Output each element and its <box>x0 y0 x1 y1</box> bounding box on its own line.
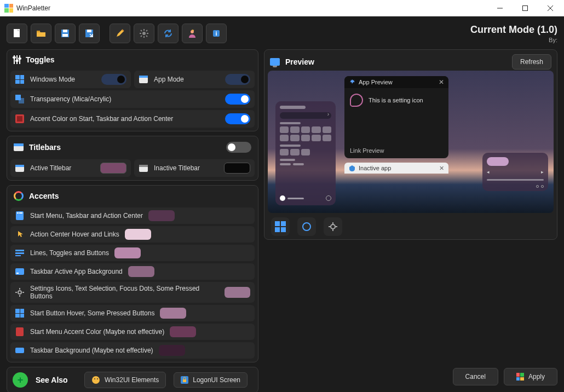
start-grid-icon <box>15 308 25 318</box>
toggles-panel: Toggles Windows Mode App Mode Tr <box>7 49 258 131</box>
info-button[interactable]: i <box>206 24 227 43</box>
accents-icon <box>14 191 24 201</box>
accents-panel: Accents Start Menu, Taskbar and Action C… <box>7 185 258 362</box>
window-title: WinPaletter <box>16 4 50 12</box>
accent-swatch-7[interactable] <box>159 345 185 356</box>
svg-point-57 <box>331 224 335 229</box>
accent-swatch-3[interactable] <box>128 266 154 277</box>
accent-swatch-1[interactable] <box>125 229 151 240</box>
preview-panel: Preview Refresh <box>264 49 557 240</box>
svg-rect-38 <box>19 212 22 214</box>
start-menu-icon <box>15 211 25 221</box>
accent-swatch-6[interactable] <box>170 326 196 337</box>
start-button[interactable] <box>271 217 290 236</box>
apply-button[interactable]: Apply <box>504 368 557 385</box>
svg-rect-49 <box>16 327 24 336</box>
accent-row-7: Taskbar Background (Maybe not effective) <box>10 342 255 359</box>
svg-point-12 <box>142 32 146 35</box>
svg-line-18 <box>146 36 147 37</box>
accent-row-5: Start Button Hover, Some Pressed Buttons <box>10 305 255 321</box>
app-body: i Current Mode (1.0) By: Toggles Windows… <box>0 16 564 392</box>
preview-app-window: App Preview✕ This is a setting icon Link… <box>344 76 448 158</box>
svg-rect-42 <box>15 268 24 275</box>
accent-swatch-5[interactable] <box>160 308 186 319</box>
svg-line-17 <box>141 30 142 31</box>
maximize-button[interactable] <box>513 0 538 16</box>
preview-start-menu <box>275 101 336 205</box>
taskbar-icon <box>15 267 25 276</box>
transparency-icon <box>15 94 25 104</box>
start-red-icon <box>15 327 25 337</box>
close-icon[interactable]: ✕ <box>439 165 444 172</box>
accent-swatch-4[interactable] <box>225 287 250 298</box>
svg-rect-35 <box>139 165 148 167</box>
svg-rect-31 <box>14 143 24 146</box>
active-titlebar-row: Active Titlebar <box>10 159 131 177</box>
accent-swatch-0[interactable] <box>148 210 175 221</box>
toolbar: i Current Mode (1.0) By: <box>7 22 557 45</box>
svg-rect-1 <box>523 5 528 10</box>
svg-rect-40 <box>15 252 24 254</box>
plus-icon: + <box>13 372 28 388</box>
svg-rect-43 <box>16 273 19 274</box>
inactive-titlebar-swatch[interactable] <box>224 163 250 174</box>
close-button[interactable] <box>538 0 563 16</box>
svg-rect-33 <box>15 165 24 167</box>
svg-rect-11 <box>87 30 91 32</box>
windows-mode-row: Windows Mode <box>10 71 131 88</box>
titlebars-toggle[interactable] <box>226 142 251 153</box>
titlebars-header: Titlebars <box>29 143 61 152</box>
active-titlebar-swatch[interactable] <box>100 163 126 174</box>
refresh-button[interactable]: Refresh <box>512 54 551 70</box>
close-icon[interactable]: ✕ <box>439 78 444 86</box>
inactive-titlebar-label: Inactive Titlebar <box>154 164 218 172</box>
svg-point-44 <box>18 291 21 294</box>
open-folder-button[interactable] <box>31 24 51 43</box>
svg-point-51 <box>92 376 100 384</box>
accent-swatch-2[interactable] <box>114 247 141 258</box>
svg-line-19 <box>146 30 147 31</box>
svg-rect-56 <box>303 223 310 230</box>
app-mode-toggle[interactable] <box>225 74 250 85</box>
preview-inactive-window: Inactive app✕ <box>344 163 448 174</box>
accent-start-label: Accent Color on Start, Taskbar and Actio… <box>30 115 220 123</box>
transparency-toggle[interactable] <box>225 94 250 105</box>
bottom-buttons: Cancel Apply <box>264 366 557 387</box>
svg-line-20 <box>141 36 142 37</box>
accent-row-1: Action Center Hover and Links <box>10 226 255 243</box>
svg-rect-25 <box>139 76 148 78</box>
active-window-icon <box>15 163 25 173</box>
win32ui-button[interactable]: Win32UI Elements <box>84 372 166 388</box>
windows-icon <box>15 74 25 84</box>
save-button[interactable] <box>55 24 76 43</box>
lines-icon <box>15 248 25 258</box>
taskbar-app-1[interactable] <box>297 217 316 236</box>
svg-rect-27 <box>19 98 24 103</box>
edit-button[interactable] <box>110 24 130 43</box>
mode-by: By: <box>470 37 557 43</box>
taskbar-bg-icon <box>15 345 25 355</box>
see-also-header: See Also <box>36 376 68 384</box>
logonui-button[interactable]: LogonUI Screen <box>174 372 248 388</box>
accent-start-toggle[interactable] <box>225 113 250 124</box>
accent-row-3: Taskbar Active App Background <box>10 263 255 280</box>
user-button[interactable] <box>182 24 203 43</box>
new-file-button[interactable] <box>7 24 27 43</box>
svg-rect-41 <box>15 255 21 256</box>
preview-flyout: ◂▸ <box>482 153 548 191</box>
save-as-button[interactable] <box>79 24 100 43</box>
taskbar-app-2[interactable] <box>324 217 342 236</box>
minimize-button[interactable] <box>487 0 513 16</box>
windows-mode-toggle[interactable] <box>101 74 126 85</box>
settings-button[interactable] <box>134 24 154 43</box>
transparency-row: Transparency (Mica/Acrylic) <box>10 90 255 108</box>
app-icon <box>4 4 13 13</box>
transparency-label: Transparency (Mica/Acrylic) <box>30 95 220 103</box>
sync-button[interactable] <box>158 24 179 43</box>
inactive-titlebar-row: Inactive Titlebar <box>134 159 255 177</box>
svg-rect-9 <box>62 34 68 37</box>
cancel-button[interactable]: Cancel <box>453 368 498 385</box>
sliders-icon <box>14 55 20 64</box>
link-preview[interactable]: Link Preview <box>350 147 384 154</box>
accents-header: Accents <box>29 192 59 200</box>
